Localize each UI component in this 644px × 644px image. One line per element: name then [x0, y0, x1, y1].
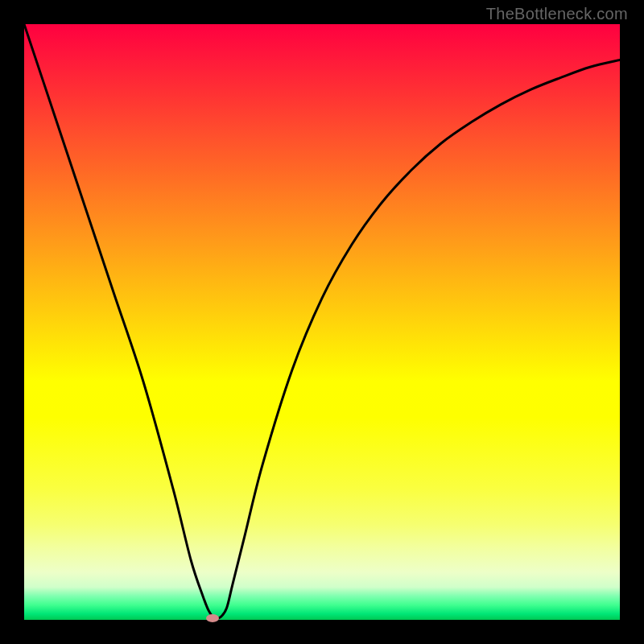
- watermark-text: TheBottleneck.com: [486, 5, 628, 23]
- bottleneck-curve: [24, 24, 620, 620]
- optimal-point-marker: [206, 614, 219, 622]
